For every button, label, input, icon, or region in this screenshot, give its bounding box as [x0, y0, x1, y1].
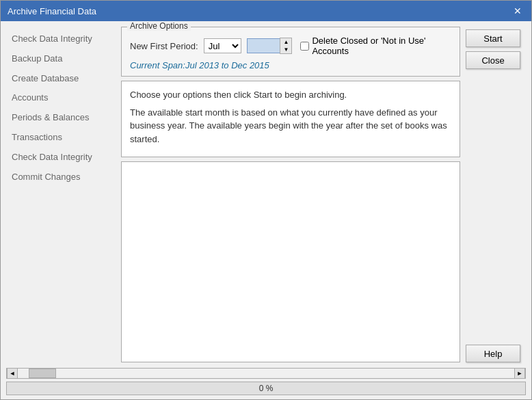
info-line2: The available start month is based on wh…	[130, 106, 451, 146]
current-span-label: Current Span:	[130, 60, 185, 70]
scrollbar-thumb[interactable]	[29, 369, 56, 378]
scrollbar-track	[18, 369, 514, 378]
archive-financial-data-dialog: Archive Financial Data ✕ Check Data Inte…	[0, 0, 532, 400]
nav-item-commit-changes[interactable]: Commit Changes	[6, 168, 116, 187]
nav-item-create-database[interactable]: Create Database	[6, 69, 116, 89]
archive-options-group: Archive Options New First Period: JanFeb…	[121, 27, 460, 77]
delete-accounts-checkbox-label[interactable]: Delete Closed or 'Not in Use' Accounts	[300, 36, 451, 56]
bottom-section: ◄ ► 0 %	[1, 368, 531, 399]
nav-item-check-data-integrity-1[interactable]: Check Data Integrity	[6, 29, 116, 49]
year-up-button[interactable]: ▲	[280, 38, 291, 46]
year-spinner: 2014 ▲ ▼	[247, 38, 292, 54]
scroll-right-arrow[interactable]: ►	[514, 368, 525, 379]
first-period-label: New First Period:	[130, 41, 198, 51]
dialog-title: Archive Financial Data	[8, 6, 96, 16]
dialog-body: Check Data IntegrityBackup DataCreate Da…	[1, 21, 531, 368]
center-panel: Archive Options New First Period: JanFeb…	[121, 27, 460, 362]
current-span-value: Jul 2013 to Dec 2015	[185, 60, 269, 70]
start-button[interactable]: Start	[466, 29, 520, 47]
horizontal-scrollbar[interactable]: ◄ ►	[6, 368, 526, 379]
year-input[interactable]: 2014	[247, 38, 280, 53]
progress-text: 0 %	[259, 384, 274, 393]
close-button[interactable]: Close	[466, 51, 520, 69]
nav-item-backup-data[interactable]: Backup Data	[6, 49, 116, 69]
title-close-button[interactable]: ✕	[511, 4, 524, 18]
delete-accounts-label: Delete Closed or 'Not in Use' Accounts	[312, 36, 451, 56]
title-bar: Archive Financial Data ✕	[1, 1, 531, 21]
help-button[interactable]: Help	[466, 345, 520, 362]
progress-area: 0 %	[6, 382, 526, 395]
right-button-panel: Start Close Help	[466, 27, 526, 362]
output-box	[121, 161, 460, 362]
nav-item-accounts[interactable]: Accounts	[6, 88, 116, 108]
nav-item-periods-balances[interactable]: Periods & Balances	[6, 108, 116, 128]
info-box: Choose your options then click Start to …	[121, 81, 460, 157]
options-row: New First Period: JanFebMar AprMayJun Ju…	[130, 36, 451, 56]
year-down-button[interactable]: ▼	[280, 46, 291, 53]
spinner-buttons: ▲ ▼	[280, 38, 292, 54]
left-nav-panel: Check Data IntegrityBackup DataCreate Da…	[6, 27, 116, 362]
delete-accounts-checkbox[interactable]	[300, 42, 309, 51]
nav-item-transactions[interactable]: Transactions	[6, 128, 116, 148]
info-line1: Choose your options then click Start to …	[130, 88, 451, 102]
archive-options-label: Archive Options	[127, 21, 191, 31]
nav-item-check-data-integrity-2[interactable]: Check Data Integrity	[6, 148, 116, 168]
month-select[interactable]: JanFebMar AprMayJun JulAugSep OctNovDec	[204, 38, 242, 53]
scroll-left-arrow[interactable]: ◄	[7, 368, 18, 379]
current-span: Current Span:Jul 2013 to Dec 2015	[130, 60, 451, 70]
